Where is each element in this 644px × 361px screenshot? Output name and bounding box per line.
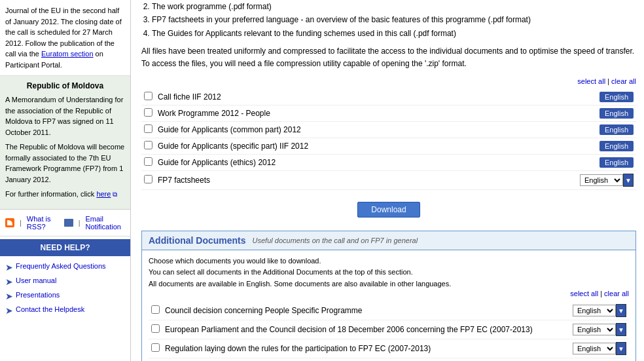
doc-checkbox-3[interactable] bbox=[144, 124, 152, 133]
list-item-3: FP7 factsheets in your preferred languag… bbox=[152, 13, 636, 26]
add-checkbox-cell-3 bbox=[149, 339, 162, 358]
clear-all-link-top[interactable]: clear all bbox=[611, 77, 636, 85]
checkbox-cell-4 bbox=[141, 138, 155, 154]
add-doc-lang-cell-4: English French German ▼ bbox=[570, 358, 629, 361]
add-doc-lang-cell-2: English French German ▼ bbox=[570, 320, 629, 339]
doc-name-6: FP7 factsheets bbox=[155, 170, 577, 189]
select-bar-top: select all | clear all bbox=[141, 77, 636, 85]
add-doc-name-2: European Parliament and the Council deci… bbox=[162, 320, 570, 339]
add-lang-select-2[interactable]: English French German bbox=[573, 324, 616, 335]
euratom-link[interactable]: Euratom section bbox=[41, 50, 93, 58]
doc-lang-cell-3: English bbox=[577, 121, 636, 138]
helpdesk-link[interactable]: Contact the Helpdesk bbox=[16, 305, 84, 313]
checkbox-cell-3 bbox=[141, 121, 155, 138]
rss-link[interactable]: What is RSS? bbox=[27, 215, 59, 231]
additional-title: Additional Documents bbox=[149, 235, 246, 246]
table-row: Guide for Applicants (ethics) 2012 Engli… bbox=[141, 154, 636, 170]
dropdown-arrow-icon-6[interactable]: ▼ bbox=[623, 174, 634, 187]
lang-button-2[interactable]: English bbox=[599, 108, 634, 119]
additional-header: Additional Documents Useful documents on… bbox=[142, 231, 635, 250]
additional-desc1: Choose which documents you would like to… bbox=[149, 256, 629, 267]
presentations-bullet-icon: ➤ bbox=[5, 291, 13, 301]
doc-name-1: Call fiche IIF 2012 bbox=[155, 89, 577, 105]
sidebar-journal-section: Journal of the EU in the second half of … bbox=[0, 0, 130, 76]
sidebar: Journal of the EU in the second half of … bbox=[0, 0, 131, 361]
email-notification-link[interactable]: Email Notification bbox=[85, 215, 125, 231]
doc-lang-cell-1: English bbox=[577, 89, 636, 105]
table-row: FP7 factsheets English French German ▼ bbox=[141, 170, 636, 189]
add-doc-name-1: Council decision concerning People Speci… bbox=[162, 301, 570, 320]
republic-p3: For further information, click here ⧉ bbox=[5, 189, 125, 200]
checkbox-cell-2 bbox=[141, 105, 155, 121]
manual-link[interactable]: User manual bbox=[16, 276, 56, 284]
doc-checkbox-6[interactable] bbox=[144, 175, 152, 183]
separator2: | bbox=[79, 219, 80, 227]
select-all-link-top[interactable]: select all bbox=[577, 77, 605, 85]
table-row: European Parliament and the Council deci… bbox=[149, 320, 629, 339]
list-item-4: The Guides for Applicants relevant to th… bbox=[152, 27, 636, 40]
doc-checkbox-2[interactable] bbox=[144, 108, 152, 117]
lang-button-1[interactable]: English bbox=[599, 92, 634, 102]
doc-lang-cell-2: English bbox=[577, 105, 636, 121]
table-row: Guide for Applicants (specific part) IIF… bbox=[141, 138, 636, 154]
help-item-faq: ➤ Frequently Asked Questions bbox=[5, 260, 125, 275]
checkbox-cell-6 bbox=[141, 170, 155, 189]
dropdown-arrow-icon-add-2[interactable]: ▼ bbox=[616, 323, 626, 336]
doc-name-3: Guide for Applicants (common part) 2012 bbox=[155, 121, 577, 138]
rss-icon bbox=[5, 218, 14, 227]
lang-button-3[interactable]: English bbox=[599, 124, 634, 135]
add-doc-name-4: Rules for submission of proposals and th… bbox=[162, 358, 570, 361]
main-content: The work programme (.pdf format) FP7 fac… bbox=[131, 0, 644, 361]
email-icon bbox=[64, 219, 73, 227]
doc-lang-cell-4: English bbox=[577, 138, 636, 154]
doc-checkbox-1[interactable] bbox=[144, 92, 152, 100]
separator1: | bbox=[20, 219, 22, 227]
doc-checkbox-5[interactable] bbox=[144, 157, 152, 166]
doc-lang-cell-6: English French German ▼ bbox=[577, 170, 636, 189]
dropdown-arrow-icon-add-1[interactable]: ▼ bbox=[616, 304, 626, 317]
republic-section: Republic of Moldova A Memorandum of Unde… bbox=[0, 76, 130, 210]
lang-button-5[interactable]: English bbox=[599, 157, 634, 168]
select-bar-additional: select all | clear all bbox=[149, 290, 629, 297]
add-lang-select-wrap-1: English French German ▼ bbox=[573, 304, 626, 317]
clear-all-link-additional[interactable]: clear all bbox=[604, 290, 629, 297]
lang-button-4[interactable]: English bbox=[599, 141, 634, 151]
add-doc-lang-cell-1: English French German ▼ bbox=[570, 301, 629, 320]
additional-desc2: You can select all documents in the Addi… bbox=[149, 267, 629, 278]
republic-here-link[interactable]: here bbox=[96, 190, 111, 198]
add-lang-select-wrap-3: English French German ▼ bbox=[573, 342, 626, 355]
rss-section: | What is RSS? | Email Notification bbox=[0, 210, 130, 237]
add-checkbox-cell-4 bbox=[149, 358, 162, 361]
list-item-2: The work programme (.pdf format) bbox=[152, 0, 636, 13]
add-doc-checkbox-1[interactable] bbox=[151, 305, 160, 314]
helpdesk-bullet-icon: ➤ bbox=[5, 305, 13, 316]
select-all-link-additional[interactable]: select all bbox=[570, 290, 598, 297]
help-item-helpdesk: ➤ Contact the Helpdesk bbox=[5, 303, 125, 318]
table-row: Work Programme 2012 - People English bbox=[141, 105, 636, 121]
add-doc-checkbox-3[interactable] bbox=[151, 343, 160, 352]
faq-link[interactable]: Frequently Asked Questions bbox=[16, 262, 106, 270]
add-doc-name-3: Regulation laying down the rules for the… bbox=[162, 339, 570, 358]
add-lang-select-3[interactable]: English French German bbox=[573, 343, 616, 354]
republic-title: Republic of Moldova bbox=[5, 81, 125, 90]
add-lang-select-1[interactable]: English French German bbox=[573, 305, 616, 316]
doc-checkbox-4[interactable] bbox=[144, 141, 152, 149]
add-doc-checkbox-2[interactable] bbox=[151, 324, 160, 333]
additional-subtitle: Useful documents on the call and on FP7 … bbox=[253, 237, 418, 244]
lang-select-6[interactable]: English French German bbox=[580, 174, 623, 186]
presentations-link[interactable]: Presentations bbox=[16, 291, 60, 299]
additional-desc3: All documents are available in English. … bbox=[149, 278, 629, 290]
table-row: Regulation laying down the rules for the… bbox=[149, 339, 629, 358]
add-lang-select-wrap-2: English French German ▼ bbox=[573, 323, 626, 336]
republic-p1: A Memorandum of Understanding for the as… bbox=[5, 94, 125, 138]
download-button[interactable]: Download bbox=[357, 202, 420, 218]
doc-name-4: Guide for Applicants (specific part) IIF… bbox=[155, 138, 577, 154]
need-help-header: NEED HELP? bbox=[0, 239, 130, 256]
dropdown-arrow-icon-add-3[interactable]: ▼ bbox=[616, 342, 626, 355]
download-row: Download bbox=[141, 195, 636, 224]
table-row: Call fiche IIF 2012 English bbox=[141, 89, 636, 105]
additional-body: Choose which documents you would like to… bbox=[142, 250, 635, 361]
numbered-list: The work programme (.pdf format) FP7 fac… bbox=[152, 0, 636, 40]
doc-name-2: Work Programme 2012 - People bbox=[155, 105, 577, 121]
republic-p2: The Republic of Moldova will become form… bbox=[5, 142, 125, 185]
